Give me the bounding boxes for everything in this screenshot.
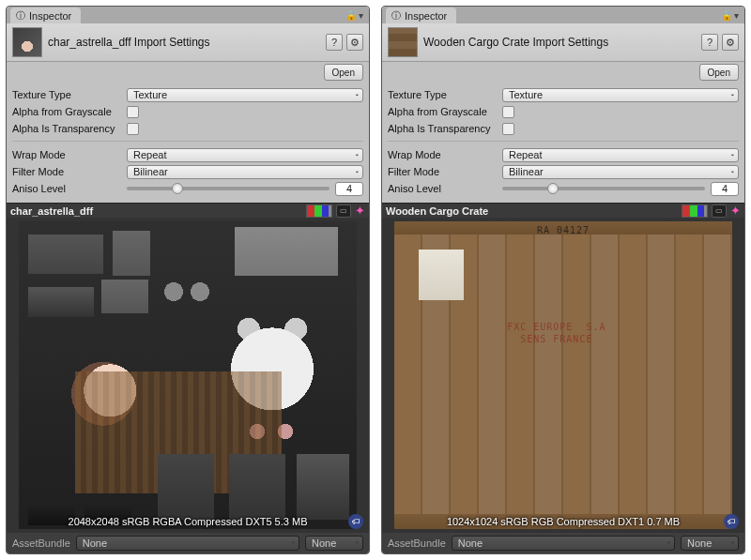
asset-title: Wooden Cargo Crate Import Settings: [423, 36, 696, 49]
aniso-level-slider[interactable]: [127, 187, 330, 190]
filter-mode-label: Filter Mode: [388, 166, 498, 177]
texture-type-label: Texture Type: [12, 89, 123, 100]
wand-icon[interactable]: ✦: [355, 204, 365, 218]
tab-bar: ⓘ Inspector 🔒 ▾: [382, 7, 744, 23]
preview-title: Wooden Cargo Crate: [386, 205, 678, 217]
wrap-mode-dropdown[interactable]: Repeat: [502, 148, 739, 162]
help-icon[interactable]: ?: [326, 34, 343, 51]
mip-slider-icon[interactable]: ▭: [336, 204, 351, 218]
panel-lock-controls: 🔒 ▾: [345, 10, 365, 21]
open-button[interactable]: Open: [699, 64, 739, 81]
asset-title: char_astrella_dff Import Settings: [48, 36, 320, 49]
aniso-level-value[interactable]: 4: [335, 182, 363, 196]
alpha-transparency-checkbox[interactable]: [127, 123, 139, 135]
assetbundle-footer: AssetBundle None None: [7, 533, 369, 553]
aniso-level-label: Aniso Level: [388, 183, 498, 194]
menu-icon[interactable]: ▾: [359, 10, 363, 21]
menu-icon[interactable]: ▾: [734, 10, 739, 21]
panel-lock-controls: 🔒 ▾: [721, 10, 741, 21]
preview-toolbar: Wooden Cargo Crate ▭ ✦: [382, 203, 744, 218]
rgba-channels-icon[interactable]: [306, 204, 332, 218]
tab-bar: ⓘ Inspector 🔒 ▾: [7, 7, 369, 23]
wrap-mode-label: Wrap Mode: [388, 149, 498, 160]
tab-inspector[interactable]: ⓘ Inspector: [10, 8, 81, 23]
mip-slider-icon[interactable]: ▭: [712, 204, 727, 218]
inspector-panel-right: ⓘ Inspector 🔒 ▾ Wooden Cargo Crate Impor…: [381, 6, 745, 554]
aniso-level-value[interactable]: 4: [711, 182, 739, 196]
assetbundle-label: AssetBundle: [12, 537, 70, 549]
import-settings-form: Texture Type Texture Alpha from Grayscal…: [382, 84, 744, 203]
filter-mode-dropdown[interactable]: Bilinear: [127, 165, 363, 179]
wrap-mode-dropdown[interactable]: Repeat: [127, 148, 363, 162]
aniso-level-slider[interactable]: [502, 187, 705, 190]
rgba-channels-icon[interactable]: [682, 204, 708, 218]
help-icon[interactable]: ?: [701, 34, 718, 51]
alpha-transparency-label: Alpha Is Transparency: [388, 123, 498, 134]
texture-preview[interactable]: 2048x2048 sRGB RGBA Compressed DXT5 5.3 …: [7, 218, 369, 533]
texture-canvas: [19, 221, 357, 529]
alpha-transparency-checkbox[interactable]: [502, 123, 514, 135]
inspector-panel-left: ⓘ Inspector 🔒 ▾ char_astrella_dff Import…: [6, 6, 370, 554]
alpha-grayscale-label: Alpha from Grayscale: [12, 106, 123, 117]
info-icon: ⓘ: [16, 9, 25, 23]
gear-icon[interactable]: ⚙: [722, 34, 739, 51]
wrap-mode-label: Wrap Mode: [12, 149, 123, 160]
wand-icon[interactable]: ✦: [730, 204, 741, 218]
texture-type-dropdown[interactable]: Texture: [127, 88, 363, 102]
crate-stamp-mid: FXC EUROPE S.A SENS FRANCE: [507, 321, 605, 345]
filter-mode-dropdown[interactable]: Bilinear: [502, 165, 739, 179]
lock-icon[interactable]: 🔒: [345, 10, 357, 21]
preview-title: char_astrella_dff: [10, 205, 302, 217]
assetbundle-footer: AssetBundle None None: [382, 533, 744, 553]
asset-header: Wooden Cargo Crate Import Settings ? ⚙: [382, 23, 744, 62]
alpha-grayscale-checkbox[interactable]: [127, 106, 139, 118]
lock-icon[interactable]: 🔒: [721, 10, 732, 21]
aniso-level-label: Aniso Level: [12, 183, 123, 194]
gear-icon[interactable]: ⚙: [346, 34, 363, 51]
tab-label: Inspector: [405, 10, 447, 22]
info-icon: ⓘ: [391, 9, 401, 23]
asset-label-icon[interactable]: 🏷: [348, 514, 363, 529]
texture-canvas: RA 04127 FXC EUROPE S.A SENS FRANCE: [394, 221, 732, 529]
crate-stamp-top: RA 04127: [537, 225, 590, 235]
tab-inspector[interactable]: ⓘ Inspector: [386, 8, 456, 23]
assetbundle-name-dropdown[interactable]: None: [452, 536, 675, 551]
alpha-grayscale-checkbox[interactable]: [502, 106, 514, 118]
assetbundle-variant-dropdown[interactable]: None: [681, 536, 739, 551]
import-settings-form: Texture Type Texture Alpha from Grayscal…: [7, 84, 369, 203]
assetbundle-name-dropdown[interactable]: None: [76, 536, 299, 551]
tab-label: Inspector: [29, 10, 71, 22]
alpha-transparency-label: Alpha Is Transparency: [12, 123, 123, 134]
open-button[interactable]: Open: [324, 64, 363, 81]
asset-thumbnail: [12, 27, 42, 57]
alpha-grayscale-label: Alpha from Grayscale: [388, 106, 498, 117]
assetbundle-label: AssetBundle: [388, 537, 446, 549]
filter-mode-label: Filter Mode: [12, 166, 123, 177]
texture-type-dropdown[interactable]: Texture: [502, 88, 739, 102]
assetbundle-variant-dropdown[interactable]: None: [305, 536, 363, 551]
preview-toolbar: char_astrella_dff ▭ ✦: [7, 203, 369, 218]
asset-label-icon[interactable]: 🏷: [724, 514, 739, 529]
texture-type-label: Texture Type: [388, 89, 498, 100]
texture-preview[interactable]: RA 04127 FXC EUROPE S.A SENS FRANCE 1024…: [382, 218, 744, 533]
asset-thumbnail: [388, 27, 418, 57]
asset-header: char_astrella_dff Import Settings ? ⚙: [7, 23, 369, 62]
